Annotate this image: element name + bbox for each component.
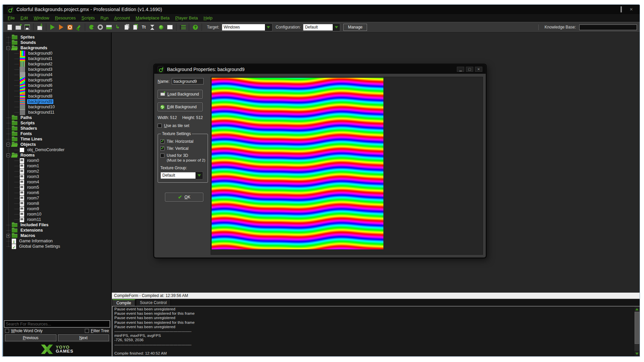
texture-group-dropdown[interactable]: Default bbox=[160, 172, 203, 179]
load-background-button[interactable]: Load Background bbox=[158, 90, 203, 99]
knowledge-base-input[interactable] bbox=[579, 24, 637, 30]
dialog-title-bar[interactable]: Background Properties: background9 ▁ ▢ ✕ bbox=[154, 65, 486, 74]
tab-source-control[interactable]: Source Control bbox=[136, 299, 171, 306]
tree-item-background0[interactable]: background0 bbox=[14, 51, 111, 56]
tree-item-background10[interactable]: background10 bbox=[14, 104, 111, 110]
tree-item-background6[interactable]: background6 bbox=[14, 83, 111, 88]
tree-item-included-files[interactable]: Included Files bbox=[6, 222, 111, 228]
tile-horizontal-checkbox[interactable] bbox=[160, 139, 164, 143]
menu-account[interactable]: Account bbox=[114, 15, 130, 20]
tree-item-room8[interactable]: room8 bbox=[14, 201, 111, 206]
menu-file[interactable]: File bbox=[8, 15, 15, 20]
tree-item-rooms[interactable]: −Rooms bbox=[6, 153, 111, 158]
tree-item-background4[interactable]: background4 bbox=[14, 72, 111, 77]
tile-vertical-checkbox[interactable] bbox=[160, 146, 164, 150]
open-project-icon[interactable] bbox=[14, 23, 22, 31]
create-background-icon[interactable] bbox=[105, 23, 113, 31]
tree-item-room9[interactable]: room9 bbox=[14, 206, 111, 212]
menu-window[interactable]: Window bbox=[34, 15, 49, 20]
expand-icon[interactable]: + bbox=[6, 234, 10, 238]
tree-item-background2[interactable]: background2 bbox=[14, 61, 111, 67]
tab-compile[interactable]: Compile bbox=[112, 299, 135, 306]
tree-item-background8[interactable]: background8 bbox=[14, 94, 111, 99]
target-dropdown-button[interactable] bbox=[265, 24, 272, 31]
tree-item-room4[interactable]: room4 bbox=[14, 179, 111, 185]
texture-group-dropdown-button[interactable] bbox=[196, 172, 202, 179]
tree-item-scripts[interactable]: Scripts bbox=[6, 120, 111, 126]
run-icon[interactable] bbox=[49, 23, 56, 31]
menu-player-beta[interactable]: Player Beta bbox=[175, 15, 198, 20]
menu-edit[interactable]: Edit bbox=[20, 15, 28, 20]
use-as-tileset-checkbox[interactable] bbox=[158, 124, 162, 128]
tree-item-extensions[interactable]: Extensions bbox=[6, 228, 111, 233]
collapse-icon[interactable]: − bbox=[6, 154, 10, 157]
object-info-icon[interactable] bbox=[179, 23, 186, 31]
tree-item-background11[interactable]: background11 bbox=[14, 110, 111, 115]
tree-item-shaders[interactable]: Shaders bbox=[6, 126, 111, 131]
create-object-icon[interactable] bbox=[157, 23, 165, 31]
menu-resources[interactable]: Resources bbox=[55, 15, 76, 20]
tree-item-time-lines[interactable]: Time Lines bbox=[6, 136, 111, 142]
stop-icon[interactable] bbox=[66, 23, 74, 31]
compile-form-header[interactable]: CompileForm - Compiled at: 12:39:56 AM bbox=[112, 293, 640, 299]
run-debug-icon[interactable] bbox=[57, 23, 65, 31]
configuration-dropdown-button[interactable] bbox=[333, 24, 339, 31]
maximize-icon[interactable] bbox=[619, 7, 624, 12]
create-sprite-icon[interactable] bbox=[88, 23, 95, 31]
whole-word-checkbox[interactable] bbox=[5, 329, 9, 333]
tree-item-room11[interactable]: room11 bbox=[14, 217, 111, 222]
create-script-icon[interactable] bbox=[122, 23, 130, 31]
tree-item-sprites[interactable]: Sprites bbox=[6, 35, 111, 40]
tree-item-global-game-settings[interactable]: Global Game Settings bbox=[6, 244, 111, 249]
collapse-icon[interactable]: − bbox=[6, 46, 10, 50]
configuration-dropdown[interactable]: Default bbox=[303, 24, 340, 31]
close-icon[interactable]: ✕ bbox=[629, 7, 634, 12]
compile-log[interactable]: Pause event has been unregisteredPause e… bbox=[112, 306, 634, 356]
menu-marketplace-beta[interactable]: Marketplace Beta bbox=[136, 15, 169, 20]
tree-item-backgrounds[interactable]: −Backgrounds bbox=[6, 45, 111, 51]
tree-item-room10[interactable]: room10 bbox=[14, 212, 111, 217]
create-font-icon[interactable] bbox=[140, 23, 148, 31]
save-project-icon[interactable] bbox=[23, 23, 31, 31]
tree-item-room6[interactable]: room6 bbox=[14, 190, 111, 195]
tree-item-background1[interactable]: background1 bbox=[14, 56, 111, 61]
dialog-minimize-icon[interactable]: ▁ bbox=[457, 67, 464, 72]
menu-help[interactable]: Help bbox=[204, 15, 213, 20]
tree-item-background5[interactable]: background5 bbox=[14, 77, 111, 83]
clean-cache-icon[interactable] bbox=[75, 23, 83, 31]
scroll-down-icon[interactable] bbox=[634, 351, 640, 356]
help-icon[interactable] bbox=[192, 23, 199, 31]
scrollbar-track[interactable] bbox=[634, 312, 640, 351]
create-room-icon[interactable] bbox=[166, 23, 174, 31]
name-input[interactable] bbox=[172, 78, 204, 84]
tree-item-room0[interactable]: room0 bbox=[14, 158, 111, 163]
create-timeline-icon[interactable] bbox=[149, 23, 156, 31]
manage-button[interactable]: Manage bbox=[343, 24, 367, 31]
tree-item-sounds[interactable]: Sounds bbox=[6, 40, 111, 45]
ok-button[interactable]: ✔ OK bbox=[165, 193, 203, 201]
tree-item-background3[interactable]: background3 bbox=[14, 67, 111, 72]
tree-item-game-information[interactable]: Game Information bbox=[6, 238, 111, 244]
menu-run[interactable]: Run bbox=[101, 15, 109, 20]
tree-item-objects[interactable]: −Objects bbox=[6, 142, 111, 147]
background-preview-viewport[interactable] bbox=[211, 77, 483, 255]
tree-item-room7[interactable]: room7 bbox=[14, 195, 111, 201]
tree-item-background9[interactable]: background9 bbox=[14, 99, 111, 104]
next-button[interactable]: Next bbox=[58, 335, 109, 341]
used-for-3d-checkbox[interactable] bbox=[160, 154, 164, 158]
create-sound-icon[interactable] bbox=[96, 23, 104, 31]
collapse-icon[interactable]: − bbox=[6, 143, 10, 146]
tree-item-fonts[interactable]: Fonts bbox=[6, 131, 111, 136]
filter-tree-checkbox[interactable] bbox=[85, 329, 89, 333]
tree-item-background7[interactable]: background7 bbox=[14, 88, 111, 94]
tree-item-macros[interactable]: +Macros bbox=[6, 233, 111, 238]
scrollbar-thumb[interactable] bbox=[635, 312, 639, 344]
tree-item-room5[interactable]: room5 bbox=[14, 185, 111, 190]
previous-button[interactable]: Previous bbox=[5, 335, 56, 341]
search-input[interactable] bbox=[4, 320, 110, 327]
tree-item-room2[interactable]: room2 bbox=[14, 169, 111, 174]
dialog-close-icon[interactable]: ✕ bbox=[475, 67, 482, 72]
menu-scripts[interactable]: Scripts bbox=[82, 15, 95, 20]
tree-item-obj-democontroller[interactable]: obj_DemoController bbox=[14, 147, 111, 153]
scroll-up-icon[interactable] bbox=[634, 306, 640, 312]
